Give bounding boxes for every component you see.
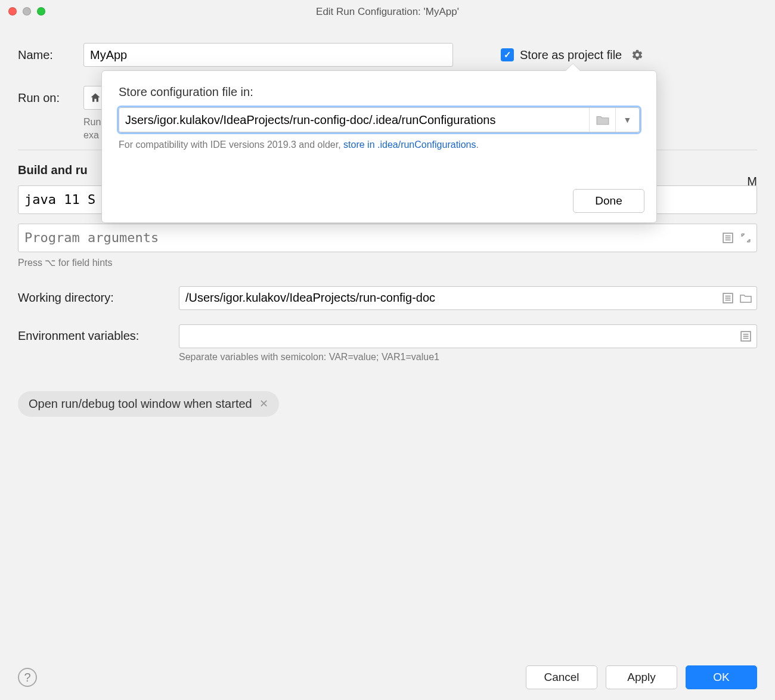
ok-button[interactable]: OK [686, 665, 757, 689]
list-icon[interactable] [739, 330, 752, 343]
chevron-down-icon[interactable]: ▼ [615, 108, 639, 132]
done-button[interactable]: Done [573, 189, 644, 213]
popover-hint: For compatibility with IDE versions 2019… [119, 140, 640, 150]
working-directory-row: Working directory: [18, 286, 757, 310]
environment-variables-label: Environment variables: [18, 329, 179, 343]
dialog-window: Edit Run Configuration: 'MyApp' Name: ✓ … [0, 0, 775, 700]
popover-title: Store configuration file in: [119, 85, 640, 99]
store-as-project-file-checkbox[interactable]: ✓ [501, 48, 514, 61]
window-controls [8, 7, 45, 16]
maximize-window-button[interactable] [37, 7, 45, 16]
dialog-title: Edit Run Configuration: 'MyApp' [316, 6, 459, 18]
open-tool-window-chip[interactable]: Open run/debug tool window when started … [18, 391, 279, 417]
popover-path-input[interactable] [119, 108, 589, 132]
name-label: Name: [18, 48, 83, 62]
checkmark-icon: ✓ [504, 49, 512, 60]
field-hints-text: Press ⌥ for field hints [18, 257, 757, 268]
close-window-button[interactable] [8, 7, 17, 16]
list-icon[interactable] [721, 292, 734, 305]
titlebar: Edit Run Configuration: 'MyApp' [0, 0, 775, 24]
run-on-label: Run on: [18, 91, 83, 105]
environment-variables-row: Environment variables: [18, 324, 757, 348]
name-input[interactable] [83, 43, 453, 67]
list-icon[interactable] [721, 231, 734, 244]
store-location-popover: Store configuration file in: ▼ For compa… [101, 70, 657, 223]
cancel-button[interactable]: Cancel [526, 665, 597, 689]
folder-icon[interactable] [739, 292, 752, 305]
name-row: Name: ✓ Store as project file [18, 43, 757, 67]
folder-icon[interactable] [589, 108, 615, 132]
chip-label: Open run/debug tool window when started [29, 397, 252, 411]
expand-icon[interactable] [739, 231, 752, 244]
minimize-window-button[interactable] [23, 7, 31, 16]
gear-icon[interactable] [631, 49, 643, 61]
build-and-run-title: Build and ru [18, 163, 101, 177]
environment-hint: Separate variables with semicolon: VAR=v… [179, 352, 757, 363]
environment-variables-input[interactable] [179, 324, 757, 348]
popover-path-field: ▼ [119, 107, 640, 132]
store-link[interactable]: store in .idea/runConfigurations [343, 140, 476, 150]
apply-button[interactable]: Apply [606, 665, 677, 689]
working-directory-label: Working directory: [18, 291, 179, 305]
close-icon[interactable]: ✕ [259, 397, 268, 410]
help-button[interactable]: ? [18, 668, 37, 687]
program-arguments-input[interactable] [18, 224, 757, 252]
dialog-footer: ? Cancel Apply OK [0, 665, 775, 689]
working-directory-input[interactable] [179, 286, 757, 310]
store-as-project-file-label: Store as project file [520, 48, 622, 62]
